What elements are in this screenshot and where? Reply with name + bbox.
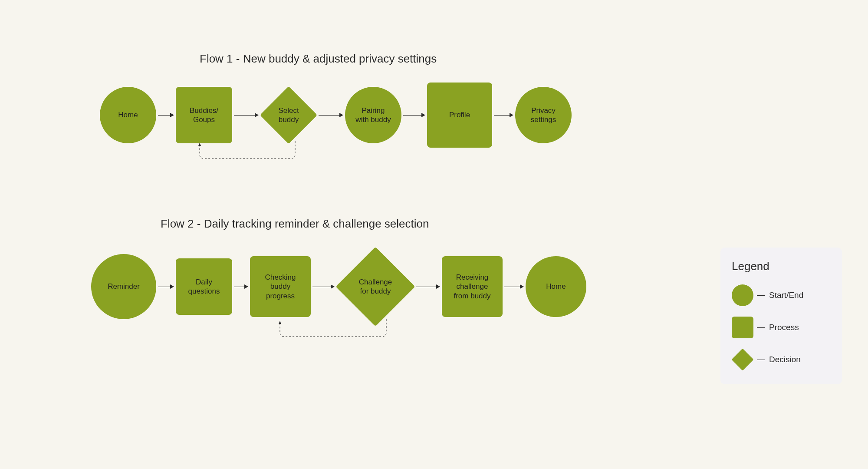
flow2-row: Reminder Daily questions Checking buddy … — [91, 248, 586, 326]
node-label: Home — [118, 110, 138, 119]
node-label: Receiving challenge from buddy — [454, 273, 490, 301]
legend-label: Decision — [769, 355, 801, 364]
node-label: Buddies/ Goups — [190, 106, 218, 125]
arrow-icon — [312, 284, 335, 289]
flow2-node-checking-progress: Checking buddy progress — [250, 256, 311, 317]
dash-icon — [757, 327, 765, 328]
arrow-icon — [234, 284, 248, 289]
dash-icon — [757, 295, 765, 296]
node-label: Select buddy — [278, 106, 299, 125]
node-label: Home — [546, 282, 566, 291]
flow1-node-privacy: Privacy settings — [515, 87, 572, 143]
arrow-icon — [504, 284, 524, 289]
legend-row-decision: Decision — [732, 349, 831, 370]
flow2-node-receiving-challenge: Receiving challenge from buddy — [442, 256, 503, 317]
arrow-icon — [416, 284, 440, 289]
flow1-node-profile: Profile — [427, 83, 492, 148]
flow2-node-home: Home — [526, 256, 586, 317]
node-label: Challenge for buddy — [359, 277, 392, 296]
legend-row-process: Process — [732, 317, 831, 338]
flow1-node-select-buddy: Select buddy — [260, 87, 317, 143]
flow1-title: Flow 1 - New buddy & adjusted privacy se… — [200, 52, 437, 66]
arrow-icon — [158, 284, 174, 289]
arrow-icon — [158, 113, 174, 117]
flow1-row: Home Buddies/ Goups Select buddy Pairing… — [100, 83, 572, 148]
circle-icon — [732, 284, 753, 306]
legend-row-start-end: Start/End — [732, 284, 831, 306]
diamond-icon — [732, 349, 753, 370]
arrow-icon — [319, 113, 343, 117]
flow2-node-challenge: Challenge for buddy — [336, 248, 414, 326]
legend-panel: Legend Start/End Process Decision — [720, 248, 842, 384]
node-label: Profile — [449, 110, 470, 119]
legend-label: Start/End — [769, 291, 803, 300]
arrow-icon — [494, 113, 513, 117]
flow2-title: Flow 2 - Daily tracking reminder & chall… — [161, 217, 429, 231]
node-label: Checking buddy progress — [265, 273, 296, 301]
node-label: Reminder — [108, 282, 140, 291]
flow1-node-pairing: Pairing with buddy — [345, 87, 401, 143]
arrow-icon — [403, 113, 425, 117]
square-icon — [732, 317, 753, 338]
legend-title: Legend — [732, 260, 831, 273]
flow2-node-reminder: Reminder — [91, 254, 156, 319]
dash-icon — [757, 360, 765, 360]
legend-label: Process — [769, 323, 799, 332]
flow2-node-daily-questions: Daily questions — [176, 258, 232, 315]
node-label: Pairing with buddy — [355, 106, 391, 125]
flow1-node-home: Home — [100, 87, 156, 143]
arrow-icon — [234, 113, 259, 117]
node-label: Daily questions — [188, 277, 220, 296]
flow1-node-buddies: Buddies/ Goups — [176, 87, 232, 143]
node-label: Privacy settings — [531, 106, 556, 125]
